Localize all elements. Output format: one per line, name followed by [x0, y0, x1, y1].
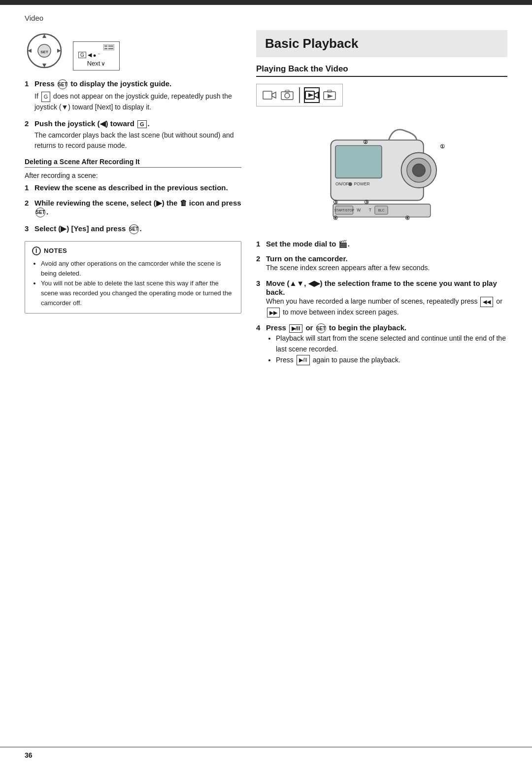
set-icon-2: SET	[35, 208, 45, 217]
right-column: Basic Playback Playing Back the Video	[256, 26, 507, 371]
right-step-4-bullets: Playback will start from the scene selec…	[266, 333, 507, 365]
del-step-1: 1 Review the scene as described in the p…	[25, 183, 241, 192]
joystick-diagram: SET	[25, 31, 64, 70]
svg-text:W: W	[357, 208, 361, 212]
svg-rect-7	[103, 44, 114, 50]
svg-text:①: ①	[440, 143, 445, 149]
svg-marker-19	[308, 93, 314, 97]
left-step-2: 2 Push the joystick (◀) toward G. The ca…	[25, 119, 241, 151]
mode-icon-photo	[279, 87, 295, 103]
notes-list: Avoid any other operations on the camcor…	[32, 259, 234, 309]
set-icon-3: SET	[129, 224, 139, 234]
bullet-1: Playback will start from the scene selec…	[276, 333, 507, 354]
right-step-1: 1 Set the mode dial to 🎬.	[256, 240, 507, 248]
playing-back-header: Playing Back the Video	[256, 64, 507, 77]
svg-text:SET: SET	[40, 50, 48, 54]
right-steps: 1 Set the mode dial to 🎬. 2 Turn on the …	[256, 240, 507, 365]
right-step-4: 4 Press ▶/II or SET to begin the playbac…	[256, 323, 507, 365]
mode-icon-video	[262, 87, 277, 103]
mode-icon-photo-playback	[322, 87, 337, 103]
left-step-1: 1 Press SET to display the joystick guid…	[25, 79, 241, 112]
del-step-2: 2 While reviewing the scene, select (▶) …	[25, 199, 241, 217]
notes-item-2: You will not be able to delete the last …	[41, 279, 234, 308]
svg-text:START/STOP: START/STOP	[334, 209, 354, 212]
page-header: Video	[0, 5, 532, 26]
diagram-area: SET	[25, 31, 241, 70]
svg-text:④: ④	[333, 215, 338, 221]
svg-text:POWER: POWER	[354, 181, 370, 186]
g-icon: G	[41, 92, 51, 102]
del-step-3: 3 Select (▶) [Yes] and press SET.	[25, 224, 241, 234]
next-box: G ◀ ● ⁻ Next ∨	[73, 41, 120, 70]
top-bar	[0, 0, 532, 5]
svg-rect-27	[335, 145, 382, 178]
deleting-subheading: Deleting a Scene After Recording It	[25, 158, 241, 168]
section-label: Video	[25, 14, 43, 22]
svg-rect-9	[104, 48, 107, 49]
notes-box: i NOTES Avoid any other operations on th…	[25, 241, 241, 314]
svg-marker-18	[314, 92, 318, 98]
svg-text:T: T	[369, 208, 371, 212]
svg-point-29	[348, 182, 352, 186]
bullet-2: Press ▶/II again to pause the playback.	[276, 355, 507, 366]
svg-rect-12	[263, 91, 272, 99]
left-column: SET	[25, 26, 241, 371]
set-icon-right: SET	[316, 323, 326, 333]
next-label: Next ∨	[87, 60, 106, 67]
svg-rect-10	[108, 45, 113, 47]
notes-header: i NOTES	[32, 246, 234, 255]
page-footer: 36	[0, 747, 532, 759]
play-pause-icon-2: ▶/II	[297, 355, 310, 365]
right-step-2: 2 Turn on the camcorder. The scene index…	[256, 254, 507, 273]
svg-point-15	[285, 93, 290, 98]
mode-divider	[299, 87, 300, 103]
svg-text:BLC: BLC	[378, 209, 385, 212]
page-number: 36	[25, 751, 33, 759]
svg-text:②: ②	[363, 139, 368, 145]
right-step-4-body: Playback will start from the scene selec…	[266, 333, 507, 365]
svg-text:③: ③	[333, 199, 338, 205]
page-content: SET	[0, 26, 532, 371]
play-pause-icon: ▶/II	[289, 324, 302, 333]
camcorder-diagram: ON/OFF POWER ② ① START/STOP W T BLC ③	[256, 113, 507, 232]
svg-rect-8	[104, 45, 107, 47]
notes-item-1: Avoid any other operations on the camcor…	[41, 259, 234, 279]
set-icon: SET	[58, 79, 67, 89]
rewind-icon: ◀◀	[480, 297, 493, 307]
mode-icon-playback	[304, 87, 320, 103]
mode-icons-row	[256, 84, 343, 106]
fastforward-icon: ▶▶	[267, 308, 280, 318]
svg-text:④: ④	[405, 215, 410, 221]
svg-point-26	[412, 164, 425, 176]
svg-text:③: ③	[364, 199, 369, 205]
svg-marker-13	[272, 92, 276, 98]
right-step-3-body: When you have recorded a large number of…	[266, 296, 507, 317]
notes-icon: i	[32, 246, 41, 255]
after-recording-text: After recording a scene:	[25, 172, 241, 179]
g-icon-2: G	[137, 120, 147, 128]
right-step-3: 3 Move (▲▼, ◀▶) the selection frame to t…	[256, 279, 507, 317]
basic-playback-title: Basic Playback	[256, 30, 507, 57]
right-step-2-body: The scene index screen appears after a f…	[266, 263, 507, 273]
svg-marker-21	[328, 94, 333, 98]
svg-rect-11	[108, 48, 113, 49]
